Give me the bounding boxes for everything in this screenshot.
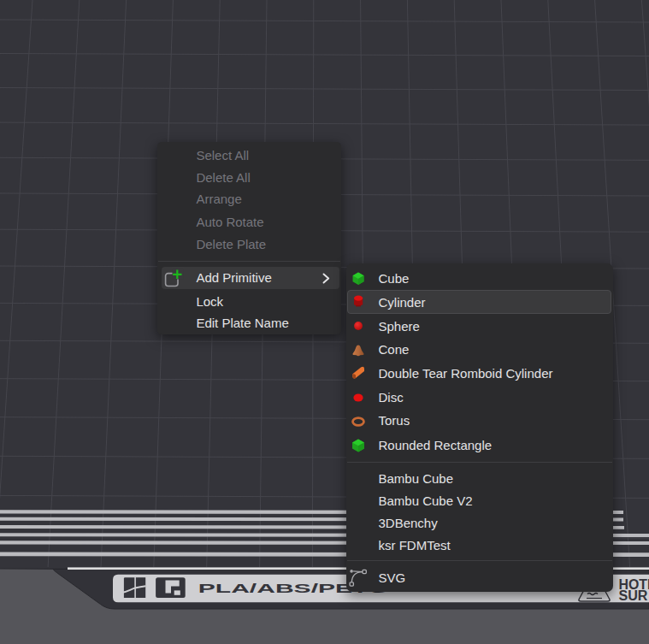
svg-text:SUR: SUR: [619, 588, 648, 603]
